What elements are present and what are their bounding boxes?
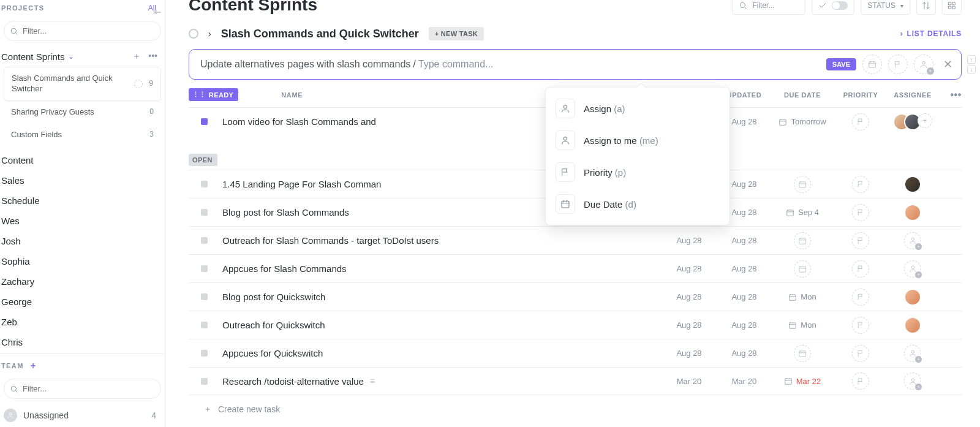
arrow-down-icon[interactable]: ↓ — [967, 65, 976, 74]
sidebar-nav-item[interactable]: Chris — [0, 332, 165, 352]
task-name[interactable]: Appcues for Quickswitch — [222, 348, 662, 358]
assignee-cell[interactable]: + — [888, 345, 937, 362]
priority-cell[interactable] — [833, 345, 888, 362]
slash-menu-item[interactable]: Assign to me (me) — [553, 124, 722, 156]
priority-cell[interactable] — [833, 204, 888, 221]
status-badge-ready[interactable]: ⋮⋮READY — [189, 88, 238, 101]
project-row-content-sprints[interactable]: Content Sprints ⌄ ＋ ••• — [0, 46, 165, 67]
composer-input[interactable]: Update alternatives pages with slash com… — [200, 59, 820, 70]
arrow-up-icon[interactable]: ↑ — [967, 55, 976, 64]
sidebar-nav-item[interactable]: Content — [0, 150, 165, 170]
slash-menu-item[interactable]: Priority (p) — [553, 156, 722, 188]
save-button[interactable]: SAVE — [826, 58, 856, 70]
status-dot[interactable] — [201, 118, 208, 125]
projects-filter[interactable] — [4, 21, 161, 41]
assignee-cell[interactable]: + — [888, 372, 937, 390]
priority-cell[interactable] — [833, 317, 888, 334]
col-assignee[interactable]: ASSIGNEE — [888, 91, 937, 99]
sidebar-nav-item[interactable]: Sophia — [0, 251, 165, 271]
task-name[interactable]: Research /todoist-alternative value≡ — [222, 376, 662, 387]
drag-handle-icon[interactable]: ≡ — [370, 376, 375, 386]
priority-cell[interactable] — [833, 260, 888, 278]
add-list-icon[interactable]: ＋ — [132, 51, 141, 62]
sidebar-list-item[interactable]: Slash Commands and Quick Switcher 9 — [4, 67, 161, 101]
filter-tasks[interactable]: Filter... — [732, 0, 805, 15]
list-details-link[interactable]: › LIST DETAILS — [900, 29, 962, 38]
due-cell[interactable] — [772, 232, 833, 249]
due-cell[interactable] — [772, 345, 833, 362]
team-filter[interactable] — [4, 379, 161, 399]
team-member-row[interactable]: Unassigned4 — [0, 404, 165, 427]
composer-priority-slot[interactable] — [888, 55, 908, 74]
priority-cell[interactable] — [833, 372, 888, 390]
sidebar-nav-item[interactable]: Wes — [0, 211, 165, 231]
view-grid-button[interactable] — [942, 0, 962, 15]
task-row[interactable]: Appcues for Slash Commands Aug 28 Aug 28… — [189, 254, 962, 282]
task-row[interactable]: Outreach for Quickswitch Aug 28 Aug 28 M… — [189, 311, 962, 339]
sidebar-nav-item[interactable]: Zeb — [0, 312, 165, 332]
create-task-row[interactable]: ＋ Create new task — [189, 395, 962, 415]
task-name[interactable]: Outreach for Slash Commands - target ToD… — [222, 235, 662, 246]
task-name[interactable]: Blog post for Quickswitch — [222, 292, 662, 302]
status-dot[interactable] — [201, 209, 208, 216]
sort-button[interactable] — [916, 0, 936, 15]
task-row[interactable]: Outreach for Slash Commands - target ToD… — [189, 226, 962, 254]
due-cell[interactable] — [772, 176, 833, 193]
assignee-cell[interactable] — [888, 317, 937, 334]
assignee-cell[interactable]: + — [888, 260, 937, 278]
status-badge-open[interactable]: OPEN — [189, 154, 217, 166]
slash-menu-item[interactable]: Due Date (d) — [553, 188, 722, 220]
due-cell[interactable]: Sep 4 — [772, 208, 833, 217]
composer-close-icon[interactable]: ✕ — [943, 58, 952, 71]
status-dot[interactable] — [201, 322, 208, 328]
composer-assignee-slot[interactable]: + — [914, 55, 933, 74]
assignee-cell[interactable]: + — [888, 113, 937, 130]
task-composer[interactable]: Update alternatives pages with slash com… — [189, 49, 962, 80]
due-cell[interactable]: Mon — [772, 292, 833, 301]
collapse-group-icon[interactable]: › — [208, 29, 211, 39]
assignee-cell[interactable]: + — [888, 232, 937, 249]
task-row[interactable]: Appcues for Quickswitch Aug 28 Aug 28 + — [189, 339, 962, 367]
sidebar-nav-item[interactable]: Zachary — [0, 271, 165, 292]
slash-menu-item[interactable]: Assign (a) — [553, 93, 722, 124]
assignee-cell[interactable] — [888, 289, 937, 306]
status-dot[interactable] — [201, 350, 208, 357]
task-name[interactable]: Appcues for Slash Commands — [222, 263, 662, 274]
add-assignee-icon[interactable]: + — [918, 113, 932, 128]
sidebar-list-item[interactable]: Custom Fields 3 — [4, 124, 161, 146]
task-name[interactable]: Outreach for Quickswitch — [222, 320, 662, 330]
include-toggle[interactable] — [189, 29, 198, 39]
col-actions-icon[interactable]: ••• — [937, 89, 962, 100]
status-dropdown[interactable]: STATUS ▾ — [861, 0, 910, 15]
add-team-icon[interactable]: ＋ — [29, 360, 38, 371]
col-priority[interactable]: PRIORITY — [833, 91, 888, 99]
due-cell[interactable]: Tomorrow — [772, 117, 833, 126]
due-cell[interactable] — [772, 260, 833, 278]
composer-due-slot[interactable] — [862, 55, 882, 74]
sidebar-list-item[interactable]: Sharing Privacy Guests 0 — [4, 101, 161, 124]
status-dot[interactable] — [201, 265, 208, 272]
due-cell[interactable]: Mar 22 — [772, 377, 833, 386]
new-task-button[interactable]: + NEW TASK — [429, 27, 484, 40]
project-more-icon[interactable]: ••• — [148, 51, 157, 62]
status-dot[interactable] — [201, 378, 208, 385]
status-dot[interactable] — [201, 237, 208, 244]
closed-toggle[interactable] — [812, 0, 854, 15]
due-cell[interactable]: Mon — [772, 320, 833, 330]
sidebar-nav-item[interactable]: Josh — [0, 231, 165, 251]
collapse-sidebar-icon[interactable]: ⇤ — [153, 6, 161, 18]
status-dot[interactable] — [201, 293, 208, 300]
sidebar-nav-item[interactable]: George — [0, 292, 165, 312]
priority-cell[interactable] — [833, 113, 888, 130]
sidebar-nav-item[interactable]: Sales — [0, 170, 165, 191]
task-row[interactable]: Blog post for Quickswitch Aug 28 Aug 28 … — [189, 282, 962, 311]
priority-cell[interactable] — [833, 232, 888, 249]
team-filter-input[interactable] — [4, 379, 161, 399]
priority-cell[interactable] — [833, 289, 888, 306]
assignee-cell[interactable] — [888, 204, 937, 221]
assignee-cell[interactable] — [888, 176, 937, 193]
priority-cell[interactable] — [833, 176, 888, 193]
task-row[interactable]: Research /todoist-alternative value≡ Mar… — [189, 367, 962, 395]
col-due[interactable]: DUE DATE — [772, 91, 833, 99]
status-dot[interactable] — [201, 181, 208, 187]
